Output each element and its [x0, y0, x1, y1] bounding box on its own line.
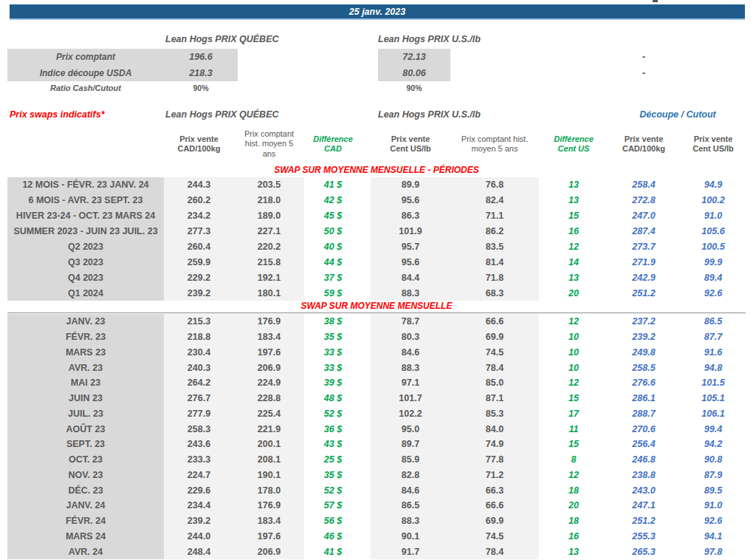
table-row: Q1 2024239.2180.159 $88.368.320251.292.6 [0, 285, 756, 301]
cell-us-hist: 66.6 [450, 314, 539, 329]
cell-us-sell: 86.5 [371, 498, 450, 513]
cell-cut-us: 91.0 [679, 498, 747, 513]
cell-cut-cad: 251.2 [608, 513, 679, 529]
cell-cut-cad: 246.8 [608, 452, 679, 468]
cell-qc-hist: 200.1 [234, 437, 304, 452]
cell-qc-sell: 264.2 [164, 375, 234, 391]
column-header-qc-hist: Prix comptant hist. moyen 5 ans [234, 124, 304, 164]
cell-us-sell: 91.7 [371, 544, 450, 559]
cell-cut-cad: 272.8 [608, 193, 679, 208]
column-header-us-sell: Prix vente Cent US/lb [371, 124, 450, 164]
cell-cut-us: 100.2 [679, 193, 747, 208]
cell-label: MARS 23 [7, 345, 164, 361]
spot-cutout-value: - [608, 65, 679, 81]
cell-us-sell: 86.3 [371, 208, 450, 224]
spot-us-value: 72.13 [378, 49, 450, 65]
cell-qc-hist: 178.0 [234, 482, 304, 498]
cell-us-sell: 89.9 [371, 177, 450, 193]
swaps-quebec-header: Lean Hogs PRIX QUÉBEC [165, 109, 279, 120]
spot-row-prix-comptant: Prix comptant 196.6 72.13 - [0, 49, 756, 65]
table-row: JUIN 23276.7228.848 $101.787.115286.1105… [0, 391, 756, 406]
cell-label: SEPT. 23 [7, 437, 164, 452]
cell-cut-us: 94.1 [679, 529, 747, 544]
cell-qc-sell: 239.2 [164, 285, 234, 301]
spot-cutout-value: - [608, 49, 679, 65]
table-row: 12 MOIS - FÉVR. 23 JANV. 24244.3203.541 … [0, 177, 756, 193]
table-row: SEPT. 23243.6200.143 $89.774.915256.494.… [0, 437, 756, 452]
table-row: HIVER 23-24 - OCT. 23 MARS 24234.2189.04… [0, 208, 756, 224]
column-header-cut-us: Prix vente Cent US/lb [679, 124, 747, 164]
cell-qc-sell: 224.7 [164, 468, 234, 483]
cell-diff-cad: 46 $ [304, 529, 362, 544]
cell-diff-us: 10 [539, 345, 608, 361]
cell-us-hist: 66.3 [450, 482, 539, 498]
spot-qc-value: 218.3 [164, 65, 238, 81]
cell-us-sell: 102.2 [371, 406, 450, 422]
cell-diff-us: 12 [539, 468, 608, 483]
cell-qc-hist: 215.8 [234, 254, 304, 270]
cell-cut-cad: 287.4 [608, 224, 679, 239]
table-row: AOÛT 23258.3221.936 $95.084.011270.699.4 [0, 421, 756, 437]
title-bar: 25 janv. 2023 [10, 4, 745, 20]
cell-cut-us: 105.6 [679, 224, 747, 239]
cell-diff-cad: 25 $ [304, 452, 362, 468]
cell-qc-sell: 259.9 [164, 254, 234, 270]
cell-diff-cad: 42 $ [304, 193, 362, 208]
cell-diff-us: 13 [539, 177, 608, 193]
cell-label: DÉC. 23 [7, 482, 164, 498]
cell-diff-us: 14 [539, 254, 608, 270]
cell-label: Q2 2023 [7, 239, 164, 255]
cell-diff-cad: 36 $ [304, 421, 362, 437]
cell-diff-us: 20 [539, 498, 608, 513]
cell-qc-hist: 180.1 [234, 285, 304, 301]
cell-diff-cad: 33 $ [304, 360, 362, 375]
cell-qc-hist: 220.2 [234, 239, 304, 255]
cell-qc-sell: 276.7 [164, 391, 234, 406]
cell-qc-hist: 225.4 [234, 406, 304, 422]
table-row: 6 MOIS - AVR. 23 SEPT. 23260.2218.042 $9… [0, 193, 756, 208]
cell-cut-cad: 270.6 [608, 421, 679, 437]
cell-diff-us: 15 [539, 437, 608, 452]
cell-qc-sell: 277.3 [164, 224, 234, 239]
report-page: 25 janv. 2023 Lean Hogs PRIX QUÉBEC Lean… [0, 0, 756, 560]
cell-us-sell: 84.4 [371, 270, 450, 285]
cell-cut-cad: 243.0 [608, 482, 679, 498]
cell-diff-us: 16 [539, 224, 608, 239]
cell-cut-cad: 238.8 [608, 468, 679, 483]
cell-us-sell: 101.7 [371, 391, 450, 406]
cell-label: SUMMER 2023 - JUIN 23 JUIL. 23 [7, 224, 164, 239]
cell-qc-hist: 221.9 [234, 421, 304, 437]
cell-diff-us: 12 [539, 239, 608, 255]
cell-qc-sell: 233.3 [164, 452, 234, 468]
cell-qc-hist: 190.1 [234, 468, 304, 483]
cell-diff-us: 13 [539, 270, 608, 285]
cell-us-sell: 82.8 [371, 468, 450, 483]
cell-us-sell: 89.7 [371, 437, 450, 452]
cell-qc-sell: 240.3 [164, 360, 234, 375]
cell-label: 6 MOIS - AVR. 23 SEPT. 23 [7, 193, 164, 208]
spot-qc-value: 90% [164, 81, 238, 95]
cell-diff-cad: 59 $ [304, 285, 362, 301]
cell-us-hist: 74.9 [450, 437, 539, 452]
cell-us-hist: 86.2 [450, 224, 539, 239]
swaps-us-header: Lean Hogs PRIX U.S./lb [378, 109, 481, 120]
spot-row-indice-decoupe: Indice découpe USDA 218.3 80.06 - [0, 65, 756, 81]
cell-label: AVR. 24 [7, 544, 164, 559]
cell-us-hist: 71.2 [450, 468, 539, 483]
cell-qc-sell: 239.2 [164, 513, 234, 529]
cell-us-hist: 76.8 [450, 177, 539, 193]
cell-cut-us: 86.5 [679, 314, 747, 329]
column-header-diff-us: Différence Cent US [539, 124, 608, 164]
cell-diff-cad: 37 $ [304, 270, 362, 285]
cell-diff-us: 13 [539, 544, 608, 559]
cell-diff-cad: 41 $ [304, 177, 362, 193]
cell-qc-sell: 243.6 [164, 437, 234, 452]
table-row: DÉC. 23229.6178.052 $84.666.318243.089.5 [0, 482, 756, 498]
cell-label: NOV. 23 [7, 468, 164, 483]
cell-cut-cad: 251.2 [608, 285, 679, 301]
cell-label: Q4 2023 [7, 270, 164, 285]
cell-us-sell: 88.3 [371, 285, 450, 301]
cell-label: 12 MOIS - FÉVR. 23 JANV. 24 [7, 177, 164, 193]
cell-qc-hist: 206.9 [234, 360, 304, 375]
cell-cut-cad: 247.0 [608, 208, 679, 224]
